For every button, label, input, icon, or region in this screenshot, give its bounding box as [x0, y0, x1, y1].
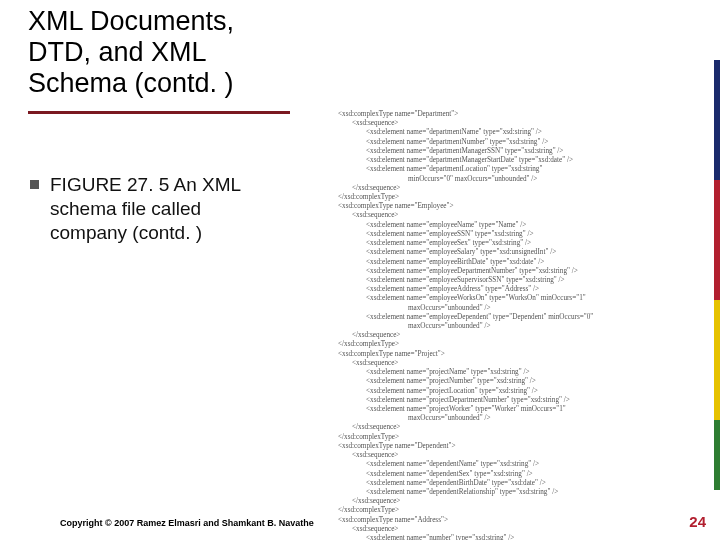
code-line: <xsd:element name="projectDepartmentNumb… — [366, 396, 710, 405]
code-line: <xsd:element name="employeeDependent" ty… — [366, 313, 710, 322]
title-underline — [28, 111, 290, 114]
code-line: <xsd:element name="employeeSex" type="xs… — [366, 239, 710, 248]
code-line: <xsd:element name="departmentManagerSSN"… — [366, 147, 710, 156]
code-line: <xsd:complexType name="Address"> — [338, 516, 710, 525]
bullet-square-icon — [30, 180, 39, 189]
code-line: <xsd:sequence> — [352, 211, 710, 220]
copyright-footer: Copyright © 2007 Ramez Elmasri and Shamk… — [60, 518, 314, 528]
page-number: 24 — [689, 513, 706, 530]
code-line: <xsd:element name="projectName" type="xs… — [366, 368, 710, 377]
code-line: <xsd:element name="dependentSex" type="x… — [366, 470, 710, 479]
code-line: <xsd:element name="dependentName" type="… — [366, 460, 710, 469]
code-line: <xsd:element name="dependentBirthDate" t… — [366, 479, 710, 488]
code-line: <xsd:element name="departmentNumber" typ… — [366, 138, 710, 147]
code-line: <xsd:element name="projectLocation" type… — [366, 387, 710, 396]
code-line: <xsd:element name="dependentRelationship… — [366, 488, 710, 497]
code-line: <xsd:sequence> — [352, 525, 710, 534]
slide-title: XML Documents, DTD, and XML Schema (cont… — [28, 6, 288, 99]
code-line: <xsd:element name="projectWorker" type="… — [366, 405, 710, 414]
code-line: <xsd:complexType name="Dependent"> — [338, 442, 710, 451]
code-line: <xsd:element name="employeeDepartmentNum… — [366, 267, 710, 276]
code-line: <xsd:element name="employeeSalary" type=… — [366, 248, 710, 257]
code-line: <xsd:element name="employeeWorksOn" type… — [366, 294, 710, 303]
code-line: <xsd:element name="number" type="xsd:str… — [366, 534, 710, 540]
code-line: <xsd:element name="departmentManagerStar… — [366, 156, 710, 165]
code-line: <xsd:sequence> — [352, 451, 710, 460]
bullet-text: FIGURE 27. 5 An XML schema file called c… — [50, 173, 280, 244]
code-line: </xsd:sequence> — [352, 184, 710, 193]
code-line: </xsd:sequence> — [352, 497, 710, 506]
code-line: maxOccurs="unbounded" /> — [408, 322, 710, 331]
code-line: <xsd:element name="projectNumber" type="… — [366, 377, 710, 386]
code-line: <xsd:element name="employeeBirthDate" ty… — [366, 258, 710, 267]
code-line: </xsd:complexType> — [338, 433, 710, 442]
code-line: <xsd:element name="departmentLocation" t… — [366, 165, 710, 174]
code-line: <xsd:complexType name="Department"> — [338, 110, 710, 119]
right-color-bar — [714, 60, 720, 490]
code-line: <xsd:complexType name="Employee"> — [338, 202, 710, 211]
code-line: <xsd:element name="employeeAddress" type… — [366, 285, 710, 294]
code-line: <xsd:element name="employeeSSN" type="xs… — [366, 230, 710, 239]
code-line: <xsd:element name="employeeName" type="N… — [366, 221, 710, 230]
code-line: <xsd:element name="departmentName" type=… — [366, 128, 710, 137]
code-line: </xsd:complexType> — [338, 193, 710, 202]
code-line: maxOccurs="unbounded" /> — [408, 414, 710, 423]
code-line: <xsd:sequence> — [352, 359, 710, 368]
code-line: <xsd:sequence> — [352, 119, 710, 128]
xml-schema-code: <xsd:complexType name="Department"><xsd:… — [338, 110, 710, 540]
code-line: </xsd:complexType> — [338, 340, 710, 349]
code-line: <xsd:complexType name="Project"> — [338, 350, 710, 359]
code-line: </xsd:sequence> — [352, 423, 710, 432]
code-line: </xsd:sequence> — [352, 331, 710, 340]
code-line: </xsd:complexType> — [338, 506, 710, 515]
code-line: maxOccurs="unbounded" /> — [408, 304, 710, 313]
code-line: minOccurs="0" maxOccurs="unbounded" /> — [408, 175, 710, 184]
code-line: <xsd:element name="employeeSupervisorSSN… — [366, 276, 710, 285]
